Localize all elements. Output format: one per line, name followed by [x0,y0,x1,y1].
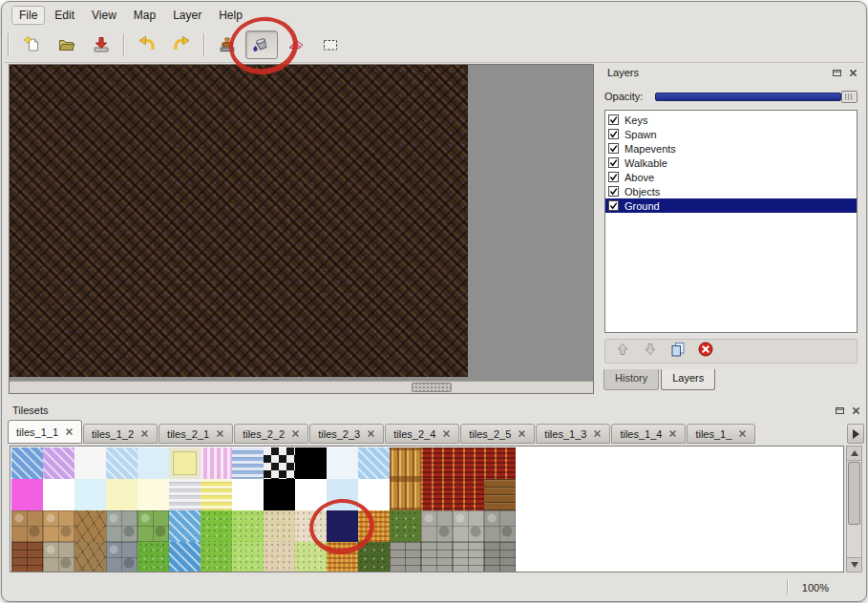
tile-r4-c2[interactable] [43,542,74,572]
tile-r3-c12[interactable] [358,510,390,542]
vertical-scrollbar-thumb[interactable] [848,462,860,525]
stamp-button[interactable] [211,31,243,59]
layer-visibility-checkbox[interactable] [608,129,619,139]
tile-r4-c14[interactable] [421,542,453,572]
tab-close-icon[interactable] [64,427,74,437]
tile-r2-c14[interactable] [421,479,453,510]
tile-r3-c2[interactable] [43,510,74,542]
tile-r3-c10[interactable] [295,510,327,542]
tile-r2-c8[interactable] [232,479,264,510]
tile-r4-c4[interactable] [106,542,138,572]
tile-r2-c3[interactable] [74,479,106,510]
new-button[interactable] [16,31,49,59]
tile-r3-c4[interactable] [106,510,138,542]
layer-visibility-checkbox[interactable] [608,172,619,182]
tile-r2-c6[interactable] [169,479,201,510]
scroll-up-button[interactable] [847,447,861,461]
tile-r3-c14[interactable] [421,510,453,542]
tileset-tab-tiles_1_[interactable]: tiles_1_ [687,424,755,444]
tile-r1-c11[interactable] [327,447,358,479]
map-horizontal-scrollbar[interactable] [10,381,593,393]
tile-r3-c6[interactable] [169,510,201,542]
tile-r2-c13[interactable] [390,479,421,510]
tile-r4-c7[interactable] [201,542,232,572]
layer-row-ground[interactable]: Ground [605,198,857,213]
tile-r2-c1[interactable] [11,479,43,510]
tile-r1-c2[interactable] [43,447,74,479]
tile-r1-c4[interactable] [106,447,138,479]
open-button[interactable] [51,31,83,59]
opacity-slider[interactable] [655,91,857,103]
tile-r1-c6[interactable] [169,447,201,479]
tileset-tab-tiles_2_3[interactable]: tiles_2_3 [309,424,384,444]
tile-r1-c13[interactable] [390,447,421,479]
float-icon[interactable] [833,405,846,417]
save-button[interactable] [85,31,117,59]
tile-r3-c11[interactable] [327,510,358,542]
layer-row-objects[interactable]: Objects [605,184,857,198]
tab-close-icon[interactable] [215,429,224,439]
tile-r4-c15[interactable] [453,542,484,572]
tab-close-icon[interactable] [290,429,300,439]
tile-r1-c7[interactable] [201,447,232,479]
layer-row-keys[interactable]: Keys [605,113,857,127]
tileset-vertical-scrollbar[interactable] [846,446,862,572]
opacity-slider-handle[interactable] [841,91,857,103]
tile-r2-c11[interactable] [327,479,358,510]
layer-row-spawn[interactable]: Spawn [605,127,857,141]
tile-r3-c13[interactable] [390,510,421,542]
tile-r1-c8[interactable] [232,447,264,479]
tile-r3-c16[interactable] [484,510,516,542]
menu-edit[interactable]: Edit [47,6,82,25]
tile-r3-c3[interactable] [74,510,106,542]
tile-r4-c6[interactable] [169,542,201,572]
tile-r2-c2[interactable] [43,479,74,510]
tab-close-icon[interactable] [441,429,451,439]
map-canvas[interactable] [10,65,468,377]
tab-close-icon[interactable] [667,429,677,439]
tile-r2-c4[interactable] [106,479,138,510]
menu-layer[interactable]: Layer [165,6,209,25]
tile-r3-c5[interactable] [138,510,169,542]
tile-r2-c9[interactable] [264,479,295,510]
tab-close-icon[interactable] [517,429,526,439]
menu-map[interactable]: Map [126,6,163,25]
tile-r2-c7[interactable] [201,479,232,510]
delete-layer-button[interactable] [697,343,714,360]
tile-r2-c10[interactable] [295,479,327,510]
tile-r1-c9[interactable] [264,447,295,479]
tileset-tab-tiles_1_1[interactable]: tiles_1_1 [8,420,82,444]
tab-close-icon[interactable] [366,429,375,439]
tile-r2-c12[interactable] [358,479,390,510]
select-button[interactable] [314,31,347,59]
tile-r2-c5[interactable] [138,479,169,510]
undo-button[interactable] [131,31,163,59]
layer-visibility-checkbox[interactable] [608,186,619,197]
scroll-down-button[interactable] [847,557,861,572]
tab-layers[interactable]: Layers [661,369,715,390]
layer-row-above[interactable]: Above [605,170,857,184]
menu-view[interactable]: View [84,6,124,25]
tileset-tab-tiles_1_2[interactable]: tiles_1_2 [83,424,158,444]
layer-row-walkable[interactable]: Walkable [605,156,857,170]
tile-r1-c14[interactable] [421,447,453,479]
horizontal-scrollbar-thumb[interactable] [412,383,452,392]
close-icon[interactable] [846,67,859,79]
duplicate-layer-button[interactable] [669,343,687,360]
tile-r4-c8[interactable] [232,542,264,572]
close-icon[interactable] [849,405,862,417]
tile-r4-c13[interactable] [390,542,421,572]
float-icon[interactable] [830,67,843,79]
raise-layer-button[interactable] [614,343,631,360]
fill-button[interactable] [245,31,278,59]
layer-visibility-checkbox[interactable] [608,157,619,168]
tileset-tab-tiles_1_3[interactable]: tiles_1_3 [536,424,610,444]
tile-r1-c15[interactable] [453,447,484,479]
tile-r1-c16[interactable] [484,447,516,479]
tile-r4-c11[interactable] [327,542,358,572]
toolbar-drag-handle[interactable] [8,33,11,56]
tileset-tab-tiles_1_4[interactable]: tiles_1_4 [611,424,686,444]
tile-r4-c3[interactable] [74,542,106,572]
tab-close-icon[interactable] [737,429,747,439]
layer-visibility-checkbox[interactable] [608,143,619,154]
